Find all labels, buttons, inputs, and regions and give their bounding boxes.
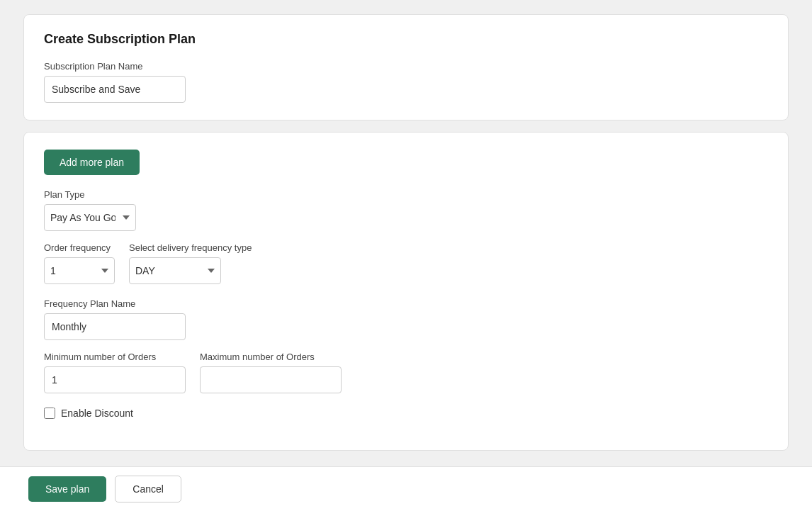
plan-type-label: Plan Type	[44, 189, 768, 200]
frequency-row: Order frequency 1 2 3 4 5 Select deliver…	[44, 242, 768, 284]
save-plan-button[interactable]: Save plan	[28, 476, 106, 502]
enable-discount-checkbox[interactable]	[44, 408, 55, 419]
freq-plan-name-label: Frequency Plan Name	[44, 298, 768, 309]
min-orders-input[interactable]	[44, 366, 186, 393]
freq-plan-name-group: Frequency Plan Name	[44, 298, 768, 340]
enable-discount-label[interactable]: Enable Discount	[61, 408, 133, 419]
min-orders-label: Minimum number of Orders	[44, 352, 186, 362]
cancel-button[interactable]: Cancel	[115, 476, 181, 502]
card-title: Create Subscription Plan	[44, 32, 768, 47]
add-more-plan-button[interactable]: Add more plan	[44, 150, 140, 175]
min-max-orders-row: Minimum number of Orders Maximum number …	[44, 352, 768, 393]
plan-name-input[interactable]	[44, 76, 186, 103]
order-freq-label: Order frequency	[44, 242, 115, 253]
plan-type-group: Plan Type Pay As You Go Prepaid	[44, 189, 768, 231]
order-freq-group: Order frequency 1 2 3 4 5	[44, 242, 115, 284]
enable-discount-row: Enable Discount	[44, 408, 768, 419]
max-orders-label: Maximum number of Orders	[200, 352, 342, 362]
min-orders-group: Minimum number of Orders	[44, 352, 186, 393]
delivery-freq-select[interactable]: DAY WEEK MONTH	[129, 257, 221, 284]
delivery-freq-group: Select delivery frequency type DAY WEEK …	[129, 242, 252, 284]
order-freq-select[interactable]: 1 2 3 4 5	[44, 257, 115, 284]
plan-type-select[interactable]: Pay As You Go Prepaid	[44, 204, 136, 231]
plan-name-group: Subscription Plan Name	[44, 61, 768, 103]
freq-plan-name-input[interactable]	[44, 313, 186, 340]
main-container: Create Subscription Plan Subscription Pl…	[23, 14, 789, 451]
max-orders-input[interactable]	[200, 366, 342, 393]
plan-name-label: Subscription Plan Name	[44, 61, 768, 72]
plan-details-card: Add more plan Plan Type Pay As You Go Pr…	[23, 132, 789, 451]
bottom-action-bar: Save plan Cancel	[0, 466, 812, 511]
max-orders-group: Maximum number of Orders	[200, 352, 342, 393]
subscription-plan-card: Create Subscription Plan Subscription Pl…	[23, 14, 789, 120]
delivery-freq-label: Select delivery frequency type	[129, 242, 252, 253]
